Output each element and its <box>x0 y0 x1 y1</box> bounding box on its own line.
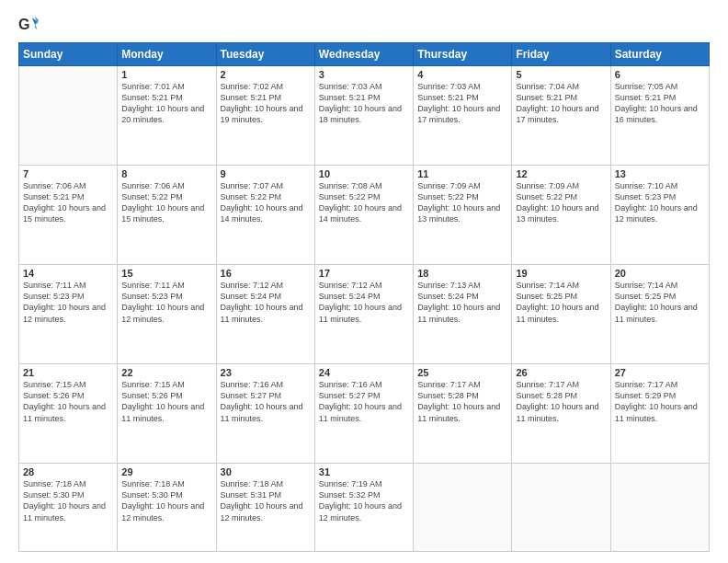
day-number: 6 <box>615 69 705 80</box>
day-number: 18 <box>417 268 507 279</box>
day-number: 2 <box>221 69 311 80</box>
day-info: Sunrise: 7:11 AMSunset: 5:23 PMDaylight:… <box>23 280 113 325</box>
day-info: Sunrise: 7:09 AMSunset: 5:22 PMDaylight:… <box>516 180 606 225</box>
day-number: 9 <box>221 168 311 179</box>
day-number: 14 <box>23 268 113 279</box>
weekday-header-monday: Monday <box>118 43 216 66</box>
day-number: 5 <box>516 69 606 80</box>
calendar-cell: 7Sunrise: 7:06 AMSunset: 5:21 PMDaylight… <box>19 166 118 265</box>
day-info: Sunrise: 7:15 AMSunset: 5:26 PMDaylight:… <box>121 379 211 424</box>
calendar-cell <box>414 464 512 552</box>
day-number: 26 <box>516 367 606 378</box>
calendar-cell: 22Sunrise: 7:15 AMSunset: 5:26 PMDayligh… <box>118 364 216 464</box>
day-number: 31 <box>319 466 409 477</box>
calendar-week-5: 28Sunrise: 7:18 AMSunset: 5:30 PMDayligh… <box>19 464 710 552</box>
calendar-cell: 16Sunrise: 7:12 AMSunset: 5:24 PMDayligh… <box>216 265 314 364</box>
day-info: Sunrise: 7:17 AMSunset: 5:28 PMDaylight:… <box>516 379 606 424</box>
day-info: Sunrise: 7:03 AMSunset: 5:21 PMDaylight:… <box>417 81 507 126</box>
day-number: 15 <box>121 268 211 279</box>
calendar-cell: 3Sunrise: 7:03 AMSunset: 5:21 PMDaylight… <box>314 66 413 166</box>
calendar-cell: 12Sunrise: 7:09 AMSunset: 5:22 PMDayligh… <box>512 166 610 265</box>
calendar-cell: 13Sunrise: 7:10 AMSunset: 5:23 PMDayligh… <box>610 166 709 265</box>
day-info: Sunrise: 7:11 AMSunset: 5:23 PMDaylight:… <box>121 280 211 325</box>
day-number: 23 <box>221 367 311 378</box>
day-number: 10 <box>319 168 409 179</box>
day-number: 1 <box>121 69 211 80</box>
day-info: Sunrise: 7:15 AMSunset: 5:26 PMDaylight:… <box>23 379 113 424</box>
svg-text:G: G <box>18 16 30 32</box>
calendar-cell: 25Sunrise: 7:17 AMSunset: 5:28 PMDayligh… <box>414 364 512 464</box>
weekday-header-wednesday: Wednesday <box>314 43 413 66</box>
day-number: 19 <box>516 268 606 279</box>
calendar-table: SundayMondayTuesdayWednesdayThursdayFrid… <box>18 42 710 552</box>
calendar-cell: 15Sunrise: 7:11 AMSunset: 5:23 PMDayligh… <box>118 265 216 364</box>
day-number: 28 <box>23 466 113 477</box>
day-number: 4 <box>417 69 507 80</box>
calendar-week-2: 7Sunrise: 7:06 AMSunset: 5:21 PMDaylight… <box>19 166 710 265</box>
calendar-cell: 2Sunrise: 7:02 AMSunset: 5:21 PMDaylight… <box>216 66 314 166</box>
day-info: Sunrise: 7:01 AMSunset: 5:21 PMDaylight:… <box>121 81 211 126</box>
day-info: Sunrise: 7:18 AMSunset: 5:30 PMDaylight:… <box>121 478 211 523</box>
calendar-header-row: SundayMondayTuesdayWednesdayThursdayFrid… <box>19 43 710 66</box>
calendar-cell: 6Sunrise: 7:05 AMSunset: 5:21 PMDaylight… <box>610 66 709 166</box>
logo: G <box>18 15 42 35</box>
logo-icon: G <box>18 15 39 35</box>
day-number: 11 <box>417 168 507 179</box>
calendar-cell: 23Sunrise: 7:16 AMSunset: 5:27 PMDayligh… <box>216 364 314 464</box>
day-info: Sunrise: 7:07 AMSunset: 5:22 PMDaylight:… <box>221 180 311 225</box>
calendar-cell: 31Sunrise: 7:19 AMSunset: 5:32 PMDayligh… <box>314 464 413 552</box>
day-number: 30 <box>221 466 311 477</box>
calendar-cell: 21Sunrise: 7:15 AMSunset: 5:26 PMDayligh… <box>19 364 118 464</box>
weekday-header-saturday: Saturday <box>610 43 709 66</box>
calendar-cell: 18Sunrise: 7:13 AMSunset: 5:24 PMDayligh… <box>414 265 512 364</box>
day-number: 17 <box>319 268 409 279</box>
day-info: Sunrise: 7:04 AMSunset: 5:21 PMDaylight:… <box>516 81 606 126</box>
calendar-week-1: 1Sunrise: 7:01 AMSunset: 5:21 PMDaylight… <box>19 66 710 166</box>
day-number: 20 <box>615 268 705 279</box>
day-info: Sunrise: 7:18 AMSunset: 5:30 PMDaylight:… <box>23 478 113 523</box>
calendar-cell: 29Sunrise: 7:18 AMSunset: 5:30 PMDayligh… <box>118 464 216 552</box>
day-info: Sunrise: 7:19 AMSunset: 5:32 PMDaylight:… <box>319 478 409 523</box>
calendar-cell: 14Sunrise: 7:11 AMSunset: 5:23 PMDayligh… <box>19 265 118 364</box>
weekday-header-thursday: Thursday <box>414 43 512 66</box>
calendar-cell: 9Sunrise: 7:07 AMSunset: 5:22 PMDaylight… <box>216 166 314 265</box>
calendar-cell: 11Sunrise: 7:09 AMSunset: 5:22 PMDayligh… <box>414 166 512 265</box>
day-info: Sunrise: 7:16 AMSunset: 5:27 PMDaylight:… <box>319 379 409 424</box>
day-info: Sunrise: 7:12 AMSunset: 5:24 PMDaylight:… <box>221 280 311 325</box>
day-number: 7 <box>23 168 113 179</box>
day-info: Sunrise: 7:09 AMSunset: 5:22 PMDaylight:… <box>417 180 507 225</box>
header: G <box>18 15 710 35</box>
calendar-cell: 19Sunrise: 7:14 AMSunset: 5:25 PMDayligh… <box>512 265 610 364</box>
calendar-cell: 20Sunrise: 7:14 AMSunset: 5:25 PMDayligh… <box>610 265 709 364</box>
day-number: 8 <box>121 168 211 179</box>
day-info: Sunrise: 7:03 AMSunset: 5:21 PMDaylight:… <box>319 81 409 126</box>
calendar-cell: 30Sunrise: 7:18 AMSunset: 5:31 PMDayligh… <box>216 464 314 552</box>
day-number: 22 <box>121 367 211 378</box>
weekday-header-friday: Friday <box>512 43 610 66</box>
day-number: 12 <box>516 168 606 179</box>
weekday-header-tuesday: Tuesday <box>216 43 314 66</box>
day-number: 13 <box>615 168 705 179</box>
day-info: Sunrise: 7:08 AMSunset: 5:22 PMDaylight:… <box>319 180 409 225</box>
calendar-cell <box>512 464 610 552</box>
day-info: Sunrise: 7:17 AMSunset: 5:28 PMDaylight:… <box>417 379 507 424</box>
calendar-cell: 5Sunrise: 7:04 AMSunset: 5:21 PMDaylight… <box>512 66 610 166</box>
day-info: Sunrise: 7:05 AMSunset: 5:21 PMDaylight:… <box>615 81 705 126</box>
day-info: Sunrise: 7:10 AMSunset: 5:23 PMDaylight:… <box>615 180 705 225</box>
calendar-cell: 26Sunrise: 7:17 AMSunset: 5:28 PMDayligh… <box>512 364 610 464</box>
day-info: Sunrise: 7:14 AMSunset: 5:25 PMDaylight:… <box>615 280 705 325</box>
calendar-cell: 17Sunrise: 7:12 AMSunset: 5:24 PMDayligh… <box>314 265 413 364</box>
calendar-cell <box>19 66 118 166</box>
calendar-cell: 24Sunrise: 7:16 AMSunset: 5:27 PMDayligh… <box>314 364 413 464</box>
day-info: Sunrise: 7:12 AMSunset: 5:24 PMDaylight:… <box>319 280 409 325</box>
day-info: Sunrise: 7:06 AMSunset: 5:21 PMDaylight:… <box>23 180 113 225</box>
day-number: 3 <box>319 69 409 80</box>
day-number: 24 <box>319 367 409 378</box>
day-number: 21 <box>23 367 113 378</box>
day-info: Sunrise: 7:02 AMSunset: 5:21 PMDaylight:… <box>221 81 311 126</box>
day-info: Sunrise: 7:06 AMSunset: 5:22 PMDaylight:… <box>121 180 211 225</box>
calendar-cell: 27Sunrise: 7:17 AMSunset: 5:29 PMDayligh… <box>610 364 709 464</box>
day-number: 27 <box>615 367 705 378</box>
day-info: Sunrise: 7:18 AMSunset: 5:31 PMDaylight:… <box>221 478 311 523</box>
day-info: Sunrise: 7:13 AMSunset: 5:24 PMDaylight:… <box>417 280 507 325</box>
